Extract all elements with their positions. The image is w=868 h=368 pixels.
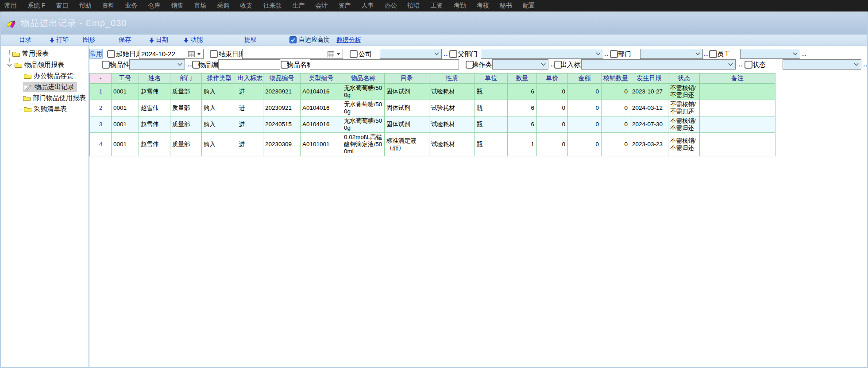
sidebar-item-item-requisition-reports[interactable]: 物品领用报表 [1, 59, 89, 70]
table-header-cell[interactable]: 姓名 [139, 73, 170, 84]
table-cell[interactable]: 0 [602, 100, 630, 116]
filter-checkbox-company[interactable] [350, 50, 358, 58]
filter-select-employee[interactable] [740, 49, 800, 59]
table-cell[interactable]: 质量部 [170, 100, 202, 116]
table-cell[interactable]: A0104016 [301, 100, 342, 116]
table-cell[interactable]: 瓶 [475, 100, 508, 116]
toolbar-print-button[interactable]: 打印 [50, 36, 69, 44]
toolbar-function-button[interactable]: 功能 [184, 36, 203, 44]
table-header-cell[interactable]: 性质 [429, 73, 475, 84]
table-cell[interactable]: 进 [237, 100, 263, 116]
toolbar-save-button[interactable]: 保存 [119, 36, 131, 44]
table-cell[interactable]: 赵雪伟 [139, 116, 170, 133]
sidebar-item-department-item-usage-reports[interactable]: 部门物品使用报表 [1, 93, 89, 104]
table-cell[interactable]: 无水葡萄糖/500g [342, 100, 385, 116]
table-header-cell[interactable]: 发生日期 [630, 73, 668, 84]
table-cell[interactable]: 瓶 [475, 84, 508, 100]
filter-checkbox-department[interactable] [610, 50, 618, 58]
table-cell[interactable]: 0 [602, 116, 630, 133]
data-analysis-link[interactable]: 数据分析 [336, 36, 361, 44]
table-header-cell[interactable]: 状态 [668, 73, 700, 84]
table-cell[interactable]: 不需核销/不需归还 [668, 84, 700, 100]
table-cell[interactable] [700, 84, 775, 100]
filter-select-company[interactable] [380, 49, 442, 59]
table-cell[interactable]: 购入 [202, 116, 237, 133]
toolbar-catalog-button[interactable]: 目录 [19, 36, 31, 44]
filter-select-parent-department[interactable] [481, 49, 603, 59]
calendar-icon[interactable] [188, 51, 195, 57]
table-cell[interactable]: 2024-03-12 [630, 100, 668, 116]
table-header-cell[interactable]: 出入标志 [237, 73, 263, 84]
table-cell[interactable]: 0 [602, 133, 630, 156]
table-cell[interactable]: 4 [89, 133, 112, 156]
table-header-cell[interactable]: 核销数量 [602, 73, 630, 84]
table-cell[interactable]: 固体试剂 [385, 84, 429, 100]
menu-item[interactable]: 业务 [125, 2, 137, 10]
table-cell[interactable]: 购入 [202, 100, 237, 116]
menu-item[interactable]: 秘书 [499, 2, 512, 10]
filter-select-status[interactable] [783, 59, 861, 70]
common-filter-button[interactable]: 常用 [89, 49, 103, 59]
table-cell[interactable]: 质量部 [170, 116, 202, 133]
filter-select-item-nature[interactable] [129, 59, 185, 70]
toolbar-date-button[interactable]: 日期 [149, 36, 168, 44]
menu-item[interactable]: 往来款 [263, 2, 282, 10]
table-cell[interactable]: 3 [89, 116, 112, 133]
table-header-cell[interactable]: - [89, 73, 112, 84]
filter-checkbox-end-date[interactable] [210, 50, 218, 58]
table-cell[interactable]: 6 [508, 100, 537, 116]
menu-item[interactable]: 考勤 [453, 2, 466, 10]
toolbar-graph-button[interactable]: 图形 [83, 36, 95, 44]
table-cell[interactable]: 0 [537, 133, 568, 156]
table-cell[interactable]: 2 [89, 100, 112, 116]
table-header-cell[interactable]: 单价 [537, 73, 568, 84]
table-cell[interactable]: 固体试剂 [385, 116, 429, 133]
table-cell[interactable]: 20240515 [263, 116, 301, 133]
table-cell[interactable]: 0.02mol\L高锰酸钾滴定液/500ml [342, 133, 385, 156]
table-cell[interactable]: 进 [237, 84, 263, 100]
dropdown-arrow-icon[interactable] [336, 53, 340, 55]
table-header-cell[interactable]: 工号 [112, 73, 139, 84]
sidebar-item-item-inout-records[interactable]: 物品进出记录 [1, 81, 89, 93]
table-cell[interactable]: 1 [508, 133, 537, 156]
menu-item[interactable]: 窗口 [56, 2, 68, 10]
menu-item[interactable]: 采购 [217, 2, 229, 10]
filter-select-inout-flag[interactable] [581, 59, 736, 70]
menu-item[interactable]: 系统 F [27, 2, 45, 10]
table-header-cell[interactable]: 目录 [385, 73, 429, 84]
table-cell[interactable]: 无水葡萄糖/500g [342, 84, 385, 100]
table-cell[interactable]: 不需核销/不需归还 [668, 116, 700, 133]
filter-text-input-item-code[interactable] [218, 59, 280, 70]
table-cell[interactable]: 试验耗材 [429, 84, 475, 100]
menu-item[interactable]: 招培 [407, 2, 420, 10]
table-cell[interactable] [700, 116, 775, 133]
table-cell[interactable]: 0001 [112, 133, 139, 156]
table-header-cell[interactable]: 单位 [475, 73, 508, 84]
filter-checkbox-status[interactable] [745, 61, 752, 69]
table-header-cell[interactable]: 数量 [508, 73, 537, 84]
menu-item[interactable]: 配置 [522, 2, 535, 10]
table-cell[interactable]: 6 [508, 84, 537, 100]
table-cell[interactable]: 2023-10-27 [630, 84, 668, 100]
menu-item[interactable]: 仓库 [148, 2, 160, 10]
table-header-cell[interactable]: 类型编号 [301, 73, 342, 84]
table-cell[interactable]: 0 [568, 100, 602, 116]
menu-item[interactable]: 资料 [102, 2, 114, 10]
menu-item[interactable]: 考核 [476, 2, 489, 10]
dropdown-arrow-icon[interactable] [197, 53, 201, 55]
table-cell[interactable]: 质量部 [170, 133, 202, 156]
table-cell[interactable]: A0104016 [301, 116, 342, 133]
menu-item[interactable]: 销售 [171, 2, 183, 10]
table-cell[interactable]: 2023-03-23 [630, 133, 668, 156]
filter-select-department[interactable] [640, 49, 703, 59]
menu-item[interactable]: 工资 [430, 2, 443, 10]
table-cell[interactable]: 试验耗材 [429, 116, 475, 133]
table-cell[interactable]: 0 [537, 100, 568, 116]
autofit-height-checkbox[interactable]: 自适应高度 [289, 36, 330, 44]
menu-item[interactable]: 市场 [194, 2, 206, 10]
menu-item[interactable]: 资产 [338, 2, 351, 10]
table-cell[interactable]: 试验耗材 [429, 133, 475, 156]
table-cell[interactable]: 瓶 [475, 116, 508, 133]
filter-date-input-end-date[interactable] [242, 49, 343, 59]
table-cell[interactable]: 不需核销/不需归还 [668, 133, 700, 156]
